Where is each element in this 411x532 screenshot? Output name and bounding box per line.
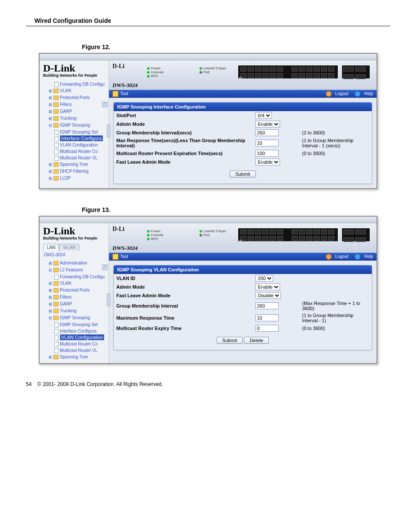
field-select[interactable]: 200: [255, 275, 273, 282]
field-input[interactable]: [255, 302, 279, 309]
field-hint: (Max Response Time + 1 to 3600): [299, 300, 372, 312]
field-input[interactable]: [255, 325, 279, 332]
tree-item[interactable]: IGMP Snooping Set: [43, 129, 107, 135]
tree-item[interactable]: ⊞LLDP: [43, 175, 107, 182]
tree-item[interactable]: ⊞VLAN: [43, 280, 107, 287]
field-input[interactable]: [255, 314, 279, 321]
field-hint: (2 to 3600): [299, 128, 372, 137]
tree-item[interactable]: Multicast Router VL: [43, 347, 107, 354]
form-row: Fast Leave Admin ModeDisable: [114, 291, 372, 300]
tab-lan[interactable]: LAN: [43, 244, 59, 251]
field-label: Slot/Port: [114, 111, 253, 120]
form-row: Maximum Response Time(1 to Group Members…: [114, 312, 372, 324]
form-row: VLAN ID200: [114, 274, 372, 283]
delete-button[interactable]: Delete: [244, 337, 269, 344]
tree-item[interactable]: ⊟IGMP Snooping: [43, 122, 107, 129]
tree-item[interactable]: ⊞Trunking: [43, 115, 107, 122]
folder-icon: [53, 109, 59, 114]
combo-label-bottom: Combo3 Combo4: [342, 240, 369, 244]
field-select[interactable]: Enable: [255, 159, 280, 165]
form-row: Multicast Router Present Expiration Time…: [114, 149, 372, 158]
field-hint: [299, 120, 372, 128]
logout-icon: [326, 254, 332, 260]
logout-link[interactable]: Logout: [323, 254, 349, 259]
brand-tagline: Building Networks for People: [43, 236, 107, 240]
field-hint: [299, 283, 372, 291]
brand-logo: D-Link: [43, 63, 107, 73]
page-icon: [54, 130, 59, 135]
tree-item[interactable]: Multicast Router VL: [43, 155, 107, 161]
help-icon: [355, 91, 361, 97]
scroll-up-icon[interactable]: ˄: [102, 264, 108, 270]
combo-label-top: Combo1 Combo2: [342, 61, 369, 65]
tree-item[interactable]: ⊟L2 Features: [43, 267, 107, 274]
submit-button[interactable]: Submit: [217, 337, 243, 344]
brand-tagline: Building Networks for People: [43, 73, 107, 78]
folder-icon: [53, 261, 59, 265]
tree-item[interactable]: VLAN Configuration: [43, 334, 107, 341]
tree-item[interactable]: Forwarding DB Configu: [43, 81, 107, 87]
tool-label[interactable]: Tool: [120, 254, 128, 259]
logout-icon: [326, 91, 332, 97]
tool-icon[interactable]: [112, 254, 118, 260]
field-input[interactable]: [255, 129, 279, 136]
nav-tree: Forwarding DB Configu⊞VLAN⊞Protected Por…: [43, 81, 107, 182]
field-select[interactable]: Enable: [255, 283, 280, 290]
tree-item[interactable]: Interface Configura: [43, 328, 107, 334]
figure12: D-Link Building Networks for People ˄ Fo…: [39, 53, 377, 189]
console-port-label: Console: [230, 76, 242, 80]
tree-item[interactable]: ⊞Filters: [43, 294, 107, 301]
tree-item[interactable]: ⊞Protected Ports: [43, 94, 107, 101]
splitter-handle[interactable]: [107, 124, 110, 137]
field-input[interactable]: [255, 150, 279, 157]
tree-item[interactable]: ⊞Administration: [43, 260, 107, 267]
tree-item[interactable]: Forwarding DB Configu: [43, 274, 107, 280]
help-link[interactable]: Help: [352, 254, 373, 259]
tree-item[interactable]: Multicast Router Co: [43, 148, 107, 155]
tree-item[interactable]: ⊟IGMP Snooping: [43, 314, 107, 321]
submit-button[interactable]: Submit: [230, 171, 255, 177]
combo-ports[interactable]: [342, 228, 370, 241]
tree-item[interactable]: ⊞Filters: [43, 101, 107, 108]
tree-item[interactable]: Interface Configura: [43, 135, 107, 142]
header-rule: [26, 26, 390, 26]
combo-ports[interactable]: [342, 65, 370, 78]
tree-item[interactable]: ⊞Spanning Tree: [43, 354, 107, 361]
tree-item[interactable]: ⊞GARP: [43, 108, 107, 115]
nav-tree: ⊞Administration⊟L2 FeaturesForwarding DB…: [43, 260, 107, 361]
tree-item[interactable]: Multicast Router Co: [43, 341, 107, 347]
field-input[interactable]: [255, 140, 279, 146]
field-hint: [299, 111, 372, 120]
folder-icon: [53, 288, 59, 292]
folder-icon: [53, 89, 59, 93]
field-hint: (0 to 3600): [299, 149, 372, 158]
tree-item[interactable]: ⊞DHCP Filtering: [43, 168, 107, 175]
port-panel[interactable]: [238, 65, 338, 78]
form-row: Admin ModeEnable: [114, 283, 372, 291]
tree-item[interactable]: ⊞Protected Ports: [43, 287, 107, 294]
field-select[interactable]: 0/4: [255, 112, 272, 119]
field-select[interactable]: Enable: [255, 121, 280, 128]
tool-label[interactable]: Tool: [120, 91, 128, 96]
logout-link[interactable]: Logout: [323, 91, 349, 96]
tree-item[interactable]: ⊞VLAN: [43, 87, 107, 94]
splitter-handle[interactable]: [107, 293, 110, 306]
tree-item[interactable]: ⊞Trunking: [43, 308, 107, 314]
port-panel[interactable]: [238, 228, 338, 241]
tree-item[interactable]: VLAN Configuration: [43, 142, 107, 148]
scroll-up-icon[interactable]: ˄: [102, 102, 108, 107]
tree-item[interactable]: ⊞GARP: [43, 301, 107, 308]
tool-icon[interactable]: [112, 91, 118, 97]
field-hint: [299, 158, 372, 166]
device-root[interactable]: DWS-3024: [44, 252, 107, 257]
tab-wlan[interactable]: WLAN: [59, 244, 79, 251]
tree-item[interactable]: ⊞Spanning Tree: [43, 161, 107, 168]
combo-label-bottom: Combo3 Combo4: [342, 78, 369, 81]
field-select[interactable]: Disable: [255, 292, 281, 299]
tree-item[interactable]: IGMP Snooping Set: [43, 321, 107, 328]
page-icon: [54, 149, 59, 154]
window-chrome: [40, 217, 377, 223]
help-link[interactable]: Help: [352, 91, 373, 96]
folder-icon: [53, 123, 59, 128]
page-footer: 54 © 2001- 2008 D-Link Corporation. All …: [26, 381, 390, 387]
